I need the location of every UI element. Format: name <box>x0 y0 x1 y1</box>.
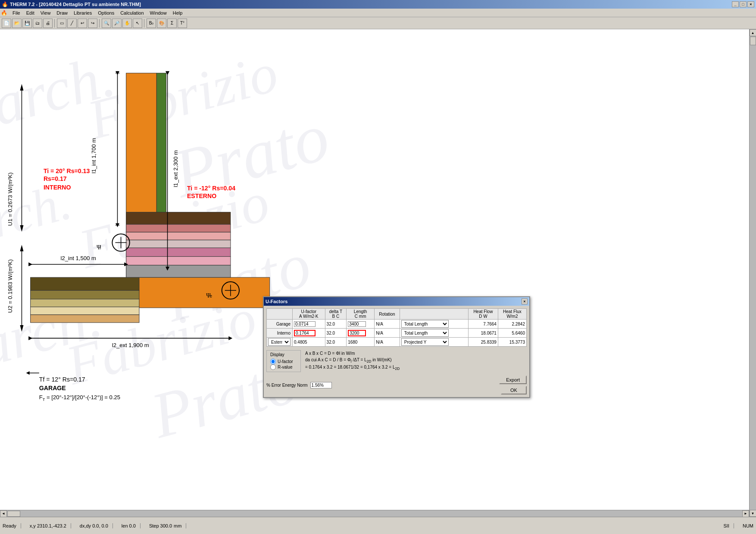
svg-text:INTERNO: INTERNO <box>44 184 71 191</box>
line-tool[interactable]: ╱ <box>67 19 77 28</box>
app-menu-icon: 🔥 <box>1 10 7 16</box>
save-all-button[interactable]: 🗂 <box>33 19 42 28</box>
menu-options[interactable]: Options <box>95 10 117 16</box>
svg-text:l2_int 1,500 m: l2_int 1,500 m <box>60 255 96 261</box>
svg-rect-15 <box>126 257 231 265</box>
save-button[interactable]: 💾 <box>22 19 32 28</box>
col-header-heatflux: Heat Flux W/m2 <box>498 309 526 320</box>
svg-rect-4 <box>156 73 166 225</box>
col-header-blank <box>267 309 293 320</box>
menu-file[interactable]: File <box>10 10 23 16</box>
radio-rvalue[interactable]: R-value <box>270 364 297 370</box>
temp-button[interactable]: T° <box>178 19 187 28</box>
scroll-track-right[interactable] <box>750 36 756 510</box>
scrollbar-right[interactable]: ▲ ▼ <box>749 29 756 517</box>
length-cell-0[interactable] <box>347 320 375 329</box>
svg-marker-30 <box>20 84 23 90</box>
menu-draw[interactable]: Draw <box>54 10 70 16</box>
ok-button[interactable]: OK <box>501 386 527 394</box>
material-tool[interactable]: 🎨 <box>157 19 166 28</box>
title-bar-controls[interactable]: _ □ × <box>732 1 754 7</box>
new-button[interactable]: 📄 <box>2 19 11 28</box>
ufactor-cell-0[interactable] <box>293 320 325 329</box>
scroll-thumb-bottom[interactable] <box>7 511 20 517</box>
rotation-cell-0: N/A <box>375 320 400 329</box>
formula-area: A x B x C = D = Φl in W/m da cui A x C =… <box>305 350 527 372</box>
scroll-down-button[interactable]: ▼ <box>750 510 756 517</box>
totallength-select-1[interactable]: Total Length <box>401 329 449 337</box>
main-drawing-area[interactable]: arch. Fabrizio Prato arch. Fabrizio Prat… <box>0 29 756 517</box>
zoom-in-button[interactable]: 🔎 <box>112 19 122 28</box>
menu-calculation[interactable]: Calculation <box>118 10 146 16</box>
ufactors-title-text: U-Factors <box>266 299 287 304</box>
zoom-out-button[interactable]: 🔍 <box>102 19 111 28</box>
svg-rect-6 <box>31 290 139 299</box>
error-area: % Error Energy Norm <box>266 382 332 388</box>
window-title: THERM 7.2 - [20140424 Dettaglio PT su am… <box>10 2 141 7</box>
ready-text: Ready <box>3 523 16 528</box>
scroll-left-button[interactable]: ◄ <box>0 510 7 517</box>
scrollbar-bottom[interactable]: ◄ ► <box>0 510 749 517</box>
calc-button[interactable]: Σ <box>167 19 177 28</box>
scroll-thumb-right[interactable] <box>750 37 756 45</box>
rotation-cell-2: N/A <box>375 338 400 347</box>
formula-line-a: A x B x C = D = Φl in W/m <box>305 350 527 357</box>
formula-line-b: da cui A x C = D / B = Φl /ΔT = L2D in W… <box>305 357 527 364</box>
totallength-select-0[interactable]: Total Length <box>401 320 449 328</box>
rect-tool[interactable]: ▭ <box>57 19 66 28</box>
table-row: Interno 32.0 N/A <box>267 329 527 338</box>
formula-line-c: = 0.1764 x 3.2 = 18.0671/32 = 0,1764 x 3… <box>305 364 527 371</box>
ufactor-cell-1[interactable] <box>293 329 325 338</box>
close-button[interactable]: × <box>747 1 754 7</box>
col-header-rotation: Rotation <box>375 309 400 320</box>
row-label-2: Esterno <box>267 338 293 347</box>
bc-tool[interactable]: B₀ <box>147 19 156 28</box>
print-button[interactable]: 🖨 <box>43 19 53 28</box>
length-cell-1[interactable] <box>347 329 375 338</box>
minimize-button[interactable]: _ <box>732 1 739 7</box>
heatflow-cell-2: 25.8339 <box>468 338 498 347</box>
scroll-right-button[interactable]: ► <box>742 510 749 517</box>
menu-help[interactable]: Help <box>170 10 185 16</box>
svg-text:Ti = 20° Rs=0.13: Ti = 20° Rs=0.13 <box>44 168 90 174</box>
svg-rect-14 <box>126 248 231 256</box>
svg-text:FT = [20°-12°]/[20°-(-12°)] = : FT = [20°-12°]/[20°-(-12°)] = 0.25 <box>39 394 120 402</box>
svg-marker-33 <box>20 245 23 251</box>
svg-text:Rs=0.17: Rs=0.17 <box>44 175 67 182</box>
totallength-select-2[interactable]: Projected Y <box>401 338 449 346</box>
menu-edit[interactable]: Edit <box>24 10 37 16</box>
menu-window[interactable]: Window <box>147 10 169 16</box>
menu-bar: 🔥 File Edit View Draw Libraries Options … <box>0 9 756 17</box>
radio-ufactor[interactable]: U-factor <box>270 359 297 364</box>
menu-libraries[interactable]: Libraries <box>71 10 94 16</box>
svg-text:e: e <box>209 294 212 298</box>
svg-text:Ti = -12° Rs=0.04: Ti = -12° Rs=0.04 <box>187 185 235 192</box>
display-label: Display <box>270 352 297 357</box>
deltat-cell-0: 32.0 <box>325 320 347 329</box>
ufactors-dialog: U-Factors × U-factor A W/m2·K delta T B … <box>263 296 530 398</box>
error-input[interactable] <box>310 382 332 388</box>
display-group: Display U-factor R-value <box>266 350 301 372</box>
length-cell-2: 1680 <box>347 338 375 347</box>
scroll-track-bottom[interactable] <box>7 510 742 517</box>
heatflow-cell-1: 18.0671 <box>468 329 498 338</box>
svg-rect-10 <box>126 212 231 224</box>
title-bar: 🔥 THERM 7.2 - [20140424 Dettaglio PT su … <box>0 0 756 9</box>
row-label-0: Garage <box>267 320 293 329</box>
maximize-button[interactable]: □ <box>740 1 747 7</box>
dxdy-text: dx,dy 0.0, 0.0 <box>80 523 108 528</box>
pan-tool[interactable]: ✋ <box>122 19 132 28</box>
open-button[interactable]: 📂 <box>12 19 22 28</box>
table-row: Esterno 0.4805 32.0 1680 N/A <box>267 338 527 347</box>
export-button[interactable]: Export <box>499 376 527 384</box>
menu-view[interactable]: View <box>38 10 53 16</box>
deltat-cell-1: 32.0 <box>325 329 347 338</box>
redo-button[interactable]: ↪ <box>88 19 97 28</box>
esterno-select[interactable]: Esterno <box>268 338 291 346</box>
select-tool[interactable]: ↖ <box>133 19 142 28</box>
deltat-cell-2: 32.0 <box>325 338 347 347</box>
ufactors-close-button[interactable]: × <box>522 298 528 304</box>
undo-button[interactable]: ↩ <box>78 19 87 28</box>
scroll-up-button[interactable]: ▲ <box>750 29 756 36</box>
step-text: Step 300.0 <box>149 523 172 528</box>
